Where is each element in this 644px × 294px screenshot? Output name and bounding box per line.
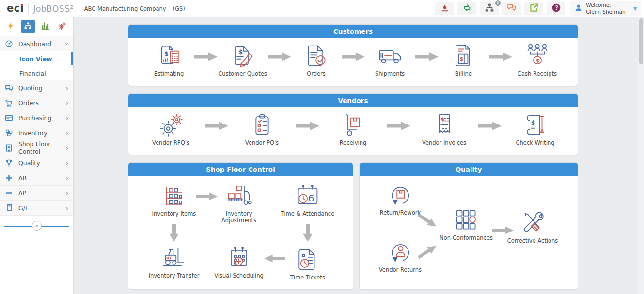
messages-button[interactable] <box>502 2 521 15</box>
flow-node-label: Shipments <box>375 70 405 77</box>
flow-node-corrective-actions[interactable]: Corrective Actions <box>503 210 562 244</box>
icon-view-icon <box>24 22 32 32</box>
sidebar-item-label: Dashboard <box>18 40 51 47</box>
quoting-icon <box>5 84 13 92</box>
jobboss-brand: JobBOSS² <box>33 4 73 14</box>
flow-arrow-icon <box>194 52 218 61</box>
sidebar-item-dashboard[interactable]: Dashboard › <box>0 36 73 51</box>
welcome-text: Welcome, Glenn Sherman <box>586 2 625 15</box>
chart-view-tab[interactable] <box>38 20 53 33</box>
flow-node-vendor-invoices[interactable]: $ Vendor Invoices <box>410 112 478 146</box>
flow-node-check-writing[interactable]: $ Check Writing <box>502 112 569 146</box>
top-bar: eci JobBOSS² ABC Manufacturing Company (… <box>0 0 644 17</box>
icon-view-tab[interactable] <box>21 20 36 33</box>
sidebar-item-quality[interactable]: Quality › <box>0 155 73 170</box>
sidebar-item-purchasing[interactable]: Purchasing › <box>0 110 73 125</box>
lightning-icon <box>7 22 15 32</box>
vertical-scrollbar[interactable] <box>638 17 644 294</box>
vendor-rfq-icon <box>158 112 184 138</box>
sidebar-item-label: Quoting <box>18 84 43 92</box>
flow-node-label: Receiving <box>340 139 367 146</box>
chevron-right-icon: › <box>66 144 68 152</box>
corrective-actions-icon <box>519 210 546 236</box>
flow-node-non-conformances[interactable]: Non-Conformances <box>437 207 495 241</box>
vendor-returns-icon <box>387 239 413 265</box>
vendor-invoices-icon: $ <box>431 112 457 138</box>
visual-scheduling-icon <box>226 245 252 271</box>
customers-panel: Customers $ Estimating $ Customer Quotes <box>128 24 578 86</box>
flow-node-label: Non-Conformances <box>440 234 493 241</box>
flow-node-label: Inventory Adjustments <box>210 210 268 224</box>
user-menu[interactable]: Welcome, Glenn Sherman ▼ <box>570 1 641 16</box>
chevron-right-icon: › <box>66 189 68 197</box>
flow-node-shipments[interactable]: Shipments <box>365 43 415 77</box>
svg-text:$: $ <box>238 48 243 56</box>
sidebar-item-label: AP <box>18 189 26 197</box>
flow-arrow-icon <box>205 122 228 130</box>
flow-node-time-attendance[interactable]: 6 Time & Attendance <box>279 183 337 217</box>
flow-node-label: Cash Receipts <box>518 70 557 77</box>
company-name: ABC Manufacturing Company <box>84 5 166 12</box>
help-icon: ? <box>551 3 561 15</box>
cash-receipts-icon: $ <box>524 43 550 69</box>
external-link-button[interactable] <box>524 2 543 15</box>
chevron-right-icon: › <box>66 114 68 122</box>
flow-node-label: Vendor PO's <box>245 139 279 146</box>
flow-node-estimating[interactable]: $ Estimating <box>144 43 194 77</box>
company-code: (GS) <box>173 5 185 12</box>
sidebar-item-label: Financial <box>19 70 46 77</box>
sidebar-collapse-button[interactable]: « <box>32 221 42 231</box>
sidebar-item-quoting[interactable]: Quoting › <box>0 80 73 95</box>
hot-list-icon <box>440 3 450 15</box>
flow-node-orders[interactable]: Orders <box>291 43 342 77</box>
scrollbar-thumb[interactable] <box>639 18 643 64</box>
customers-flow: $ Estimating $ Customer Quotes Orders <box>128 38 578 77</box>
dashboard-icon-view: Customers $ Estimating $ Customer Quotes <box>74 17 644 294</box>
chevron-right-icon: › <box>66 129 68 137</box>
flow-node-billing[interactable]: $ Billing <box>439 43 489 77</box>
welcome-line2: Glenn Sherman <box>586 9 625 15</box>
sidebar-item-label: G/L <box>18 204 29 212</box>
flow-node-cash-receipts[interactable]: $ Cash Receipts <box>512 43 563 77</box>
sidebar-item-gl[interactable]: G/L › <box>0 201 73 216</box>
sidebar-item-shop-floor-control[interactable]: Shop Floor Control › <box>0 140 73 155</box>
active-indicator <box>71 52 73 65</box>
refresh-button[interactable] <box>457 2 476 15</box>
help-button[interactable]: ? <box>547 2 565 15</box>
customers-panel-header: Customers <box>128 25 578 38</box>
flow-node-label: Time Tickets <box>290 274 325 281</box>
flow-node-label: Orders <box>307 70 326 77</box>
flow-node-inventory-transfer[interactable]: Inventory Transfer <box>145 245 203 279</box>
flow-arrow-icon <box>387 122 410 130</box>
sidebar-item-orders[interactable]: Orders › <box>0 95 73 110</box>
sidebar-item-ar[interactable]: AR › <box>0 170 73 186</box>
chevron-right-icon: › <box>66 84 68 92</box>
svg-text:$: $ <box>440 116 444 123</box>
ledger-icon <box>5 204 13 212</box>
quick-actions-tab[interactable] <box>3 20 18 33</box>
sidebar-item-financial[interactable]: Financial <box>0 66 73 80</box>
user-icon <box>574 3 583 14</box>
flow-node-label: Return/Rework <box>380 209 421 216</box>
minus-icon <box>5 189 13 197</box>
sidebar-item-icon-view[interactable]: Icon View <box>0 51 73 66</box>
flow-node-visual-scheduling[interactable]: Visual Scheduling <box>210 245 268 279</box>
sidebar-item-ap[interactable]: AP › <box>0 186 73 201</box>
flow-node-time-tickets[interactable]: Time Tickets <box>279 247 337 281</box>
chevron-right-icon: › <box>66 204 68 212</box>
flow-node-customer-quotes[interactable]: $ Customer Quotes <box>218 43 268 77</box>
return-rework-icon <box>387 182 413 208</box>
settings-view-tab[interactable] <box>55 20 70 33</box>
flow-node-vendor-pos[interactable]: Vendor PO's <box>228 112 296 146</box>
shop-floor-icon <box>5 144 13 152</box>
flow-node-vendor-rfqs[interactable]: Vendor RFQ's <box>137 112 205 146</box>
flow-node-receiving[interactable]: Receiving <box>319 112 387 146</box>
receiving-icon <box>340 112 366 138</box>
flow-node-inventory-items[interactable]: Inventory Items <box>145 183 203 217</box>
flow-node-inventory-adjustments[interactable]: Inventory Adjustments <box>210 183 268 224</box>
dashboard-view-switcher <box>0 17 73 36</box>
sidebar-item-inventory[interactable]: Inventory › <box>0 125 73 140</box>
org-chart-button[interactable]: 0 <box>480 2 499 15</box>
hot-list-button[interactable] <box>435 2 454 15</box>
time-tickets-icon <box>295 247 321 273</box>
